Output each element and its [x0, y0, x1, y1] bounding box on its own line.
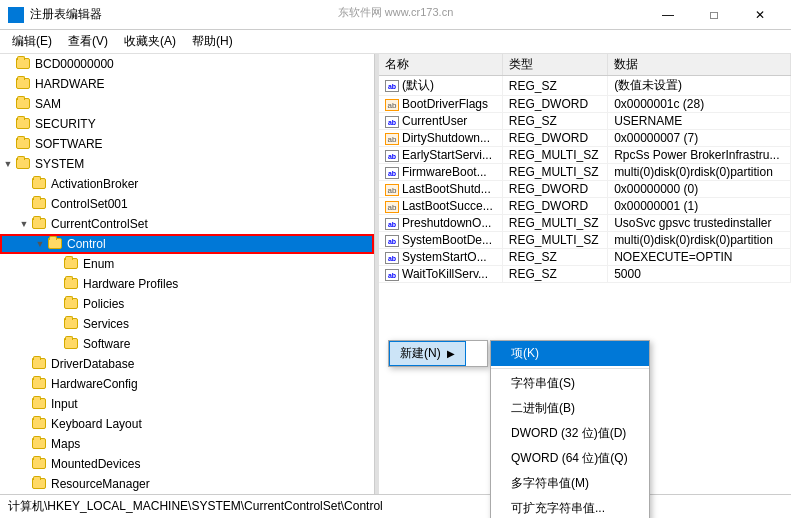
minimize-button[interactable]: — — [645, 0, 691, 30]
table-row[interactable]: abBootDriverFlagsREG_DWORD0x0000001c (28… — [379, 96, 791, 113]
tree-label-softwaresub: Software — [83, 337, 130, 351]
table-row[interactable]: abSystemStartO...REG_SZNOEXECUTE=OPTIN — [379, 249, 791, 266]
new-menu-row: 新建(N) ▶ — [389, 341, 487, 366]
reg-type: REG_MULTI_SZ — [502, 232, 607, 249]
reg-data: 0x0000001c (28) — [608, 96, 791, 113]
menu-favorites[interactable]: 收藏夹(A) — [116, 31, 184, 52]
title-bar-text: 注册表编辑器 — [30, 6, 645, 23]
submenu-item-multistring[interactable]: 多字符串值(M) — [491, 471, 649, 496]
reg-type: REG_MULTI_SZ — [502, 164, 607, 181]
tree-label-enum: Enum — [83, 257, 114, 271]
table-row[interactable]: abPreshutdownO...REG_MULTI_SZUsoSvc gpsv… — [379, 215, 791, 232]
reg-name: (默认) — [402, 78, 434, 92]
tree-node-hardwareconfig[interactable]: HardwareConfig — [0, 374, 374, 394]
reg-type-icon: ab — [385, 269, 399, 281]
reg-type-icon: ab — [385, 150, 399, 162]
tree-node-driverdatabase[interactable]: DriverDatabase — [0, 354, 374, 374]
tree-label-resourcemanager: ResourceManager — [51, 477, 150, 491]
reg-type-icon: ab — [385, 167, 399, 179]
tree-node-mounteddevices[interactable]: MountedDevices — [0, 454, 374, 474]
tree-node-hardware[interactable]: HARDWARE — [0, 74, 374, 94]
submenu-item-qword[interactable]: QWORD (64 位)值(Q) — [491, 446, 649, 471]
reg-name: CurrentUser — [402, 114, 467, 128]
reg-name: EarlyStartServi... — [402, 148, 492, 162]
reg-type: REG_MULTI_SZ — [502, 147, 607, 164]
reg-data: multi(0)disk(0)rdisk(0)partition — [608, 164, 791, 181]
tree-node-system[interactable]: SYSTEM — [0, 154, 374, 174]
reg-name: PreshutdownO... — [402, 216, 491, 230]
table-row[interactable]: abDirtyShutdown...REG_DWORD0x00000007 (7… — [379, 130, 791, 147]
reg-name: WaitToKillServ... — [402, 267, 488, 281]
tree-node-input[interactable]: Input — [0, 394, 374, 414]
tree-label-driverdatabase: DriverDatabase — [51, 357, 134, 371]
tree-node-resourcemanager[interactable]: ResourceManager — [0, 474, 374, 494]
reg-name: FirmwareBoot... — [402, 165, 487, 179]
reg-data: multi(0)disk(0)rdisk(0)partition — [608, 232, 791, 249]
tree-label-input: Input — [51, 397, 78, 411]
tree-node-hwprofiles[interactable]: Hardware Profiles — [0, 274, 374, 294]
sub-context-menu: 项(K) 字符串值(S) 二进制值(B) DWORD (32 位)值(D) QW… — [490, 340, 650, 518]
tree-node-maps[interactable]: Maps — [0, 434, 374, 454]
reg-type: REG_SZ — [502, 266, 607, 283]
reg-type: REG_DWORD — [502, 130, 607, 147]
tree-node-softwaresub[interactable]: Software — [0, 334, 374, 354]
table-row[interactable]: abCurrentUserREG_SZUSERNAME — [379, 113, 791, 130]
tree-node-controlset001[interactable]: ControlSet001 — [0, 194, 374, 214]
tree-panel[interactable]: BCD00000000HARDWARESAMSECURITYSOFTWARESY… — [0, 54, 375, 494]
table-row[interactable]: abEarlyStartServi...REG_MULTI_SZRpcSs Po… — [379, 147, 791, 164]
tree-node-security[interactable]: SECURITY — [0, 114, 374, 134]
col-type: 类型 — [502, 54, 607, 76]
tree-node-software[interactable]: SOFTWARE — [0, 134, 374, 154]
table-row[interactable]: ab(默认)REG_SZ(数值未设置) — [379, 76, 791, 96]
reg-name: DirtyShutdown... — [402, 131, 490, 145]
tree-label-mounteddevices: MountedDevices — [51, 457, 140, 471]
tree-node-services[interactable]: Services — [0, 314, 374, 334]
close-button[interactable]: ✕ — [737, 0, 783, 30]
tree-node-bcd[interactable]: BCD00000000 — [0, 54, 374, 74]
reg-type: REG_DWORD — [502, 96, 607, 113]
reg-type-icon: ab — [385, 201, 399, 213]
reg-data: 5000 — [608, 266, 791, 283]
table-row[interactable]: abLastBootShutd...REG_DWORD0x00000000 (0… — [379, 181, 791, 198]
title-bar: 注册表编辑器 东软件网 www.cr173.cn — □ ✕ — [0, 0, 791, 30]
submenu-item-key[interactable]: 项(K) — [491, 341, 649, 366]
status-path: 计算机\HKEY_LOCAL_MACHINE\SYSTEM\CurrentCon… — [8, 498, 383, 515]
tree-node-activationbroker[interactable]: ActivationBroker — [0, 174, 374, 194]
tree-label-system: SYSTEM — [35, 157, 84, 171]
menu-view[interactable]: 查看(V) — [60, 31, 116, 52]
col-name: 名称 — [379, 54, 502, 76]
reg-data: UsoSvc gpsvc trustedinstaller — [608, 215, 791, 232]
tree-node-control[interactable]: Control — [0, 234, 374, 254]
submenu-item-binary[interactable]: 二进制值(B) — [491, 396, 649, 421]
tree-node-policies[interactable]: Policies — [0, 294, 374, 314]
menu-edit[interactable]: 编辑(E) — [4, 31, 60, 52]
reg-type: REG_SZ — [502, 113, 607, 130]
main-area: BCD00000000HARDWARESAMSECURITYSOFTWARESY… — [0, 54, 791, 494]
reg-type-icon: ab — [385, 184, 399, 196]
tree-node-enum[interactable]: Enum — [0, 254, 374, 274]
tree-label-hardwareconfig: HardwareConfig — [51, 377, 138, 391]
table-row[interactable]: abWaitToKillServ...REG_SZ5000 — [379, 266, 791, 283]
tree-node-keyboardlayout[interactable]: Keyboard Layout — [0, 414, 374, 434]
maximize-button[interactable]: □ — [691, 0, 737, 30]
tree-node-currentcontrolset[interactable]: CurrentControlSet — [0, 214, 374, 234]
reg-type-icon: ab — [385, 99, 399, 111]
submenu-item-string[interactable]: 字符串值(S) — [491, 371, 649, 396]
tree-node-sam[interactable]: SAM — [0, 94, 374, 114]
reg-data: (数值未设置) — [608, 76, 791, 96]
table-row[interactable]: abFirmwareBoot...REG_MULTI_SZmulti(0)dis… — [379, 164, 791, 181]
reg-type-icon: ab — [385, 80, 399, 92]
new-button[interactable]: 新建(N) ▶ — [389, 341, 466, 366]
table-row[interactable]: abSystemBootDe...REG_MULTI_SZmulti(0)dis… — [379, 232, 791, 249]
menu-help[interactable]: 帮助(H) — [184, 31, 241, 52]
reg-data: 0x00000000 (0) — [608, 181, 791, 198]
tree-label-software: SOFTWARE — [35, 137, 103, 151]
table-row[interactable]: abLastBootSucce...REG_DWORD0x00000001 (1… — [379, 198, 791, 215]
reg-type-icon: ab — [385, 235, 399, 247]
reg-type: REG_DWORD — [502, 198, 607, 215]
reg-type-icon: ab — [385, 116, 399, 128]
submenu-item-expandstring[interactable]: 可扩充字符串值... — [491, 496, 649, 518]
reg-data: RpcSs Power BrokerInfrastru... — [608, 147, 791, 164]
submenu-item-dword[interactable]: DWORD (32 位)值(D) — [491, 421, 649, 446]
tree-label-policies: Policies — [83, 297, 124, 311]
